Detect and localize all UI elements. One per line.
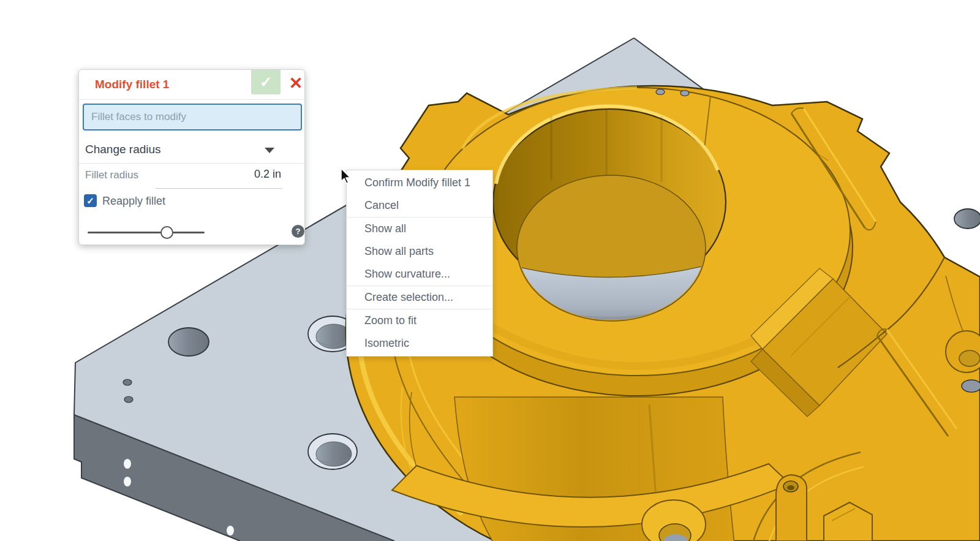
counterbore-hole[interactable] bbox=[308, 434, 357, 469]
check-icon: ✓ bbox=[86, 195, 94, 206]
divider bbox=[79, 163, 304, 164]
menu-item-isometric[interactable]: Isometric bbox=[347, 332, 492, 355]
input-underline bbox=[156, 188, 282, 189]
fillet-faces-input[interactable]: Fillet faces to modify bbox=[83, 104, 302, 131]
lug-post[interactable] bbox=[776, 475, 807, 541]
close-icon: ✕ bbox=[289, 74, 303, 93]
menu-item-create-selection[interactable]: Create selection... bbox=[347, 286, 492, 309]
side-hole bbox=[124, 477, 131, 486]
checkbox-checked: ✓ bbox=[84, 194, 97, 207]
slider-handle[interactable] bbox=[160, 226, 173, 239]
fillet-radius-label: Fillet radius bbox=[85, 169, 138, 181]
chevron-down-icon bbox=[265, 148, 274, 153]
plate-hole[interactable] bbox=[168, 328, 209, 356]
menu-item-show-all[interactable]: Show all bbox=[347, 218, 492, 240]
context-menu: Confirm Modify fillet 1CancelShow allSho… bbox=[346, 170, 493, 357]
menu-item-cancel[interactable]: Cancel bbox=[347, 194, 492, 217]
divider bbox=[79, 99, 304, 100]
edge-pin-hole bbox=[656, 89, 665, 95]
operation-dropdown[interactable]: Change radius bbox=[79, 137, 304, 162]
confirm-button[interactable]: ✓ bbox=[251, 70, 281, 94]
mouse-cursor bbox=[341, 168, 352, 185]
input-placeholder: Fillet faces to modify bbox=[84, 105, 301, 129]
modify-fillet-dialog: Modify fillet 1 ✓ ✕ Fillet faces to modi… bbox=[78, 69, 305, 245]
reapply-label: Reapply fillet bbox=[102, 195, 165, 208]
checkmark-icon: ✓ bbox=[260, 74, 272, 90]
menu-item-show-all-parts[interactable]: Show all parts bbox=[347, 240, 492, 263]
menu-item-show-curvature[interactable]: Show curvature... bbox=[347, 263, 492, 286]
menu-item-confirm-modify-fillet-1[interactable]: Confirm Modify fillet 1 bbox=[347, 172, 492, 194]
edge-pin-hole bbox=[680, 91, 689, 96]
radius-slider[interactable] bbox=[79, 220, 220, 244]
close-button[interactable]: ✕ bbox=[286, 72, 306, 94]
onshape-graphics-area[interactable]: Modify fillet 1 ✓ ✕ Fillet faces to modi… bbox=[0, 0, 980, 541]
dowel-pin-hole bbox=[124, 396, 133, 403]
plate-hole[interactable] bbox=[954, 209, 980, 229]
fillet-radius-input[interactable]: 0.2 in bbox=[254, 168, 281, 181]
dialog-title: Modify fillet 1 bbox=[95, 70, 169, 99]
dropdown-value: Change radius bbox=[85, 137, 161, 162]
side-hole bbox=[124, 459, 131, 469]
dialog-header[interactable]: Modify fillet 1 ✓ ✕ bbox=[79, 70, 304, 99]
dowel-pin-hole bbox=[123, 379, 132, 385]
menu-item-zoom-to-fit[interactable]: Zoom to fit bbox=[347, 309, 492, 332]
side-hole bbox=[227, 526, 234, 535]
slider-track[interactable] bbox=[88, 232, 205, 233]
help-icon[interactable]: ? bbox=[292, 225, 304, 238]
